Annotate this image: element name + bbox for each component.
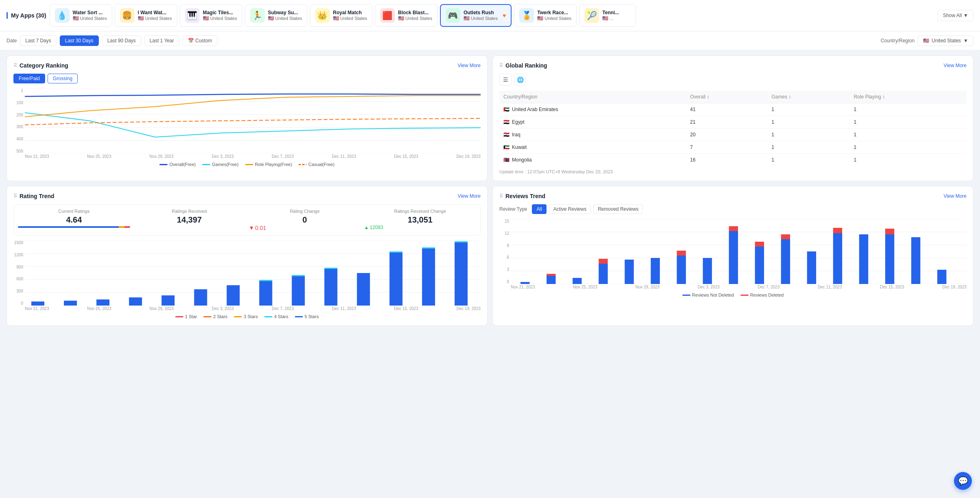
svg-rect-19 [259,280,272,281]
svg-rect-44 [651,258,660,284]
rating-y-labels: 1500 1200 900 600 300 0 [13,240,25,306]
svg-rect-37 [520,282,529,284]
global-ranking-header: ⠿ Global Ranking View More [499,62,967,69]
svg-rect-43 [625,260,634,284]
reviews-chart-area: Nov 21, 2023 Nov 25, 2023 Nov 29, 2023 D… [511,219,967,289]
app-region: 🇺🇸 United States [398,15,432,21]
reviews-trend-title: ⠿ Reviews Trend [499,193,545,199]
app-item-3[interactable]: 🎹 Magic Tiles... 🇺🇸 United States [180,4,242,27]
card-header: ⠿ Category Ranking View More [13,62,481,69]
app-info: I Want Wat... 🇺🇸 United States [138,10,172,21]
removed-reviews-tab[interactable]: Removed Reviews [593,204,643,214]
roleplaying-cell: 1 [849,103,967,116]
svg-rect-29 [455,242,468,306]
svg-rect-55 [833,233,842,284]
ranking-tbody: 🇦🇪 United Arab Emirates 41 1 1 🇪🇬 Egypt … [499,103,967,166]
reviews-view-more[interactable]: View More [944,193,967,199]
table-row: 🇰🇼 Kuwait 7 1 1 [499,141,967,154]
rating-bar-red [124,226,130,228]
app-info: Water Sort ... 🇺🇸 United States [73,10,107,21]
custom-btn[interactable]: 📅 Custom [183,35,218,46]
free-paid-tab[interactable]: Free/Paid [13,74,45,83]
app-item-1[interactable]: 💧 Water Sort ... 🇺🇸 United States [50,4,112,27]
country-name: United Arab Emirates [512,107,558,112]
overall-cell: 16 [686,154,767,166]
last-90-days-btn[interactable]: Last 90 Days [102,35,141,46]
rating-view-more[interactable]: View More [458,193,481,199]
last-1-year-btn[interactable]: Last 1 Year [144,35,179,46]
global-ranking-title: ⠿ Global Ranking [499,62,547,69]
svg-rect-28 [422,247,435,249]
svg-rect-51 [755,242,764,247]
app-info: Block Blast... 🇺🇸 United States [398,10,432,21]
svg-rect-11 [31,301,44,306]
app-item-5[interactable]: 👑 Royal Match 🇺🇸 United States [310,4,372,27]
country-flag: 🇦🇪 [503,107,510,112]
category-chart-wrapper: 1 100 200 300 400 500 [13,88,481,159]
app-icon: 🏃 [250,8,265,23]
country-cell: 🇪🇬 Egypt [499,116,686,129]
drag-icon-3: ⠿ [13,193,17,199]
col-roleplaying: Role Playing ↕ [849,91,967,103]
app-item-9[interactable]: 🎾 Tenni... 🇺🇸 ... [579,4,636,27]
app-item-7[interactable]: 🎮 Outlets Rush 🇺🇸 United States ♥ [440,4,512,27]
roleplaying-cell: 1 [849,116,967,129]
table-row: 🇮🇶 Iraq 20 1 1 [499,129,967,141]
view-more-link[interactable]: View More [458,63,481,68]
table-row: 🇪🇬 Egypt 21 1 1 [499,116,967,129]
show-all-button[interactable]: Show All ▼ [938,10,973,21]
app-bar: My Apps (30) 💧 Water Sort ... 🇺🇸 United … [0,0,980,31]
legend-not-deleted: Reviews Not Deleted [682,293,734,297]
ranking-controls: ☰ 🌐 [499,74,967,86]
legend-1star: 1 Star [175,314,197,319]
app-icon: 🟥 [380,8,395,23]
app-info: Magic Tiles... 🇺🇸 United States [203,10,237,21]
svg-rect-57 [859,234,868,284]
flag-icon: 🇺🇸 [203,15,209,21]
svg-rect-39 [547,274,555,276]
rating-x-labels: Nov 21, 2023 Nov 25, 2023 Nov 29, 2023 D… [25,306,481,311]
svg-rect-61 [937,270,946,284]
svg-rect-23 [324,268,338,269]
last-7-days-btn[interactable]: Last 7 Days [20,35,56,46]
drag-icon: ⠿ [13,63,17,68]
all-reviews-tab[interactable]: All [532,204,546,214]
country-flag: 🇲🇳 [503,157,510,163]
drag-icon-4: ⠿ [499,193,503,199]
svg-rect-60 [911,237,920,284]
rating-legend: 1 Star 2 Stars 3 Stars 4 Stars 5 Stars [13,314,481,319]
ratings-change-positive: ▲ 12083 [364,225,476,230]
app-region: 🇺🇸 United States [333,15,367,21]
grossing-tab[interactable]: Grossing [48,74,78,83]
update-time: Update time : 12:07pm UTC+8 Wednesday De… [499,169,967,174]
drag-icon-2: ⠿ [499,63,503,68]
active-reviews-tab[interactable]: Active Reviews [549,204,591,214]
app-item-2[interactable]: 🍔 I Want Wat... 🇺🇸 United States [115,4,177,27]
app-list: 💧 Water Sort ... 🇺🇸 United States 🍔 I Wa… [50,4,934,27]
games-cell: 1 [767,116,849,129]
category-legend: Overall(Free) Games(Free) Role Playing(F… [13,162,481,167]
app-item-8[interactable]: 🏅 Twerk Race... 🇺🇸 United States [514,4,577,27]
list-view-btn[interactable]: ☰ [499,74,512,86]
last-30-days-btn[interactable]: Last 30 Days [60,35,99,46]
current-ratings-stat: Current Ratings 4.64 [18,209,130,231]
rating-chart-svg [25,240,481,306]
rating-trend-title: ⠿ Rating Trend [13,193,54,199]
global-view-more[interactable]: View More [944,63,967,68]
app-name: Twerk Race... [537,10,571,15]
card-title: ⠿ Category Ranking [13,62,68,69]
rating-bar [18,226,130,228]
svg-rect-49 [729,226,738,231]
app-item-4[interactable]: 🏃 Subway Su... 🇺🇸 United States [245,4,307,27]
svg-rect-30 [455,241,468,242]
country-select[interactable]: 🇺🇸 United States ▼ [918,35,973,46]
svg-rect-26 [390,251,403,253]
app-item-6[interactable]: 🟥 Block Blast... 🇺🇸 United States [375,4,438,27]
rating-change-stat: Rating Change 0 ▼ 0.01 [249,209,361,231]
globe-view-btn[interactable]: 🌐 [514,74,526,86]
rating-stats: Current Ratings 4.64 Ratings Received 14… [13,204,481,236]
rating-chart-wrapper: 1500 1200 900 600 300 0 [13,240,481,311]
legend-deleted: Reviews Deleted [740,293,784,297]
rating-bar-blue [18,226,119,228]
rating-chart-area: Nov 21, 2023 Nov 25, 2023 Nov 29, 2023 D… [25,240,481,311]
